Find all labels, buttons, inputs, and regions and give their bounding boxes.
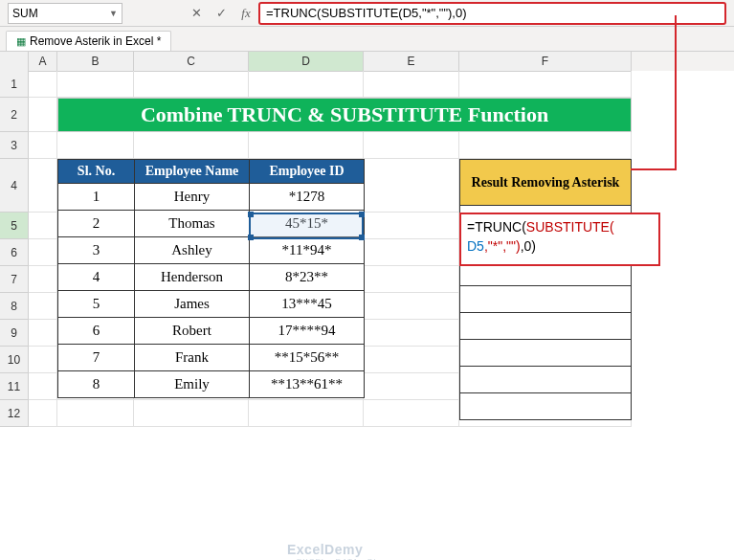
cell[interactable]: [134, 71, 249, 98]
table-cell[interactable]: **15*56**: [250, 345, 365, 371]
table-cell[interactable]: Frank: [135, 345, 250, 371]
table-cell[interactable]: 8: [58, 371, 135, 398]
cell[interactable]: [249, 71, 364, 98]
table-cell[interactable]: 17****94: [250, 318, 365, 345]
column-header[interactable]: D: [249, 52, 364, 72]
row-header[interactable]: 5: [0, 213, 29, 239]
table-cell[interactable]: 2: [58, 211, 135, 237]
cell[interactable]: [364, 239, 459, 266]
cell[interactable]: [29, 159, 57, 213]
row-header[interactable]: 6: [0, 239, 29, 266]
table-cell[interactable]: 5: [58, 291, 135, 318]
cell[interactable]: [57, 71, 134, 98]
row-header[interactable]: 12: [0, 400, 29, 427]
table-cell[interactable]: *11*94*: [250, 237, 365, 264]
cell[interactable]: [29, 71, 57, 98]
row-header[interactable]: 8: [0, 293, 29, 320]
table-cell[interactable]: [460, 313, 632, 340]
row-header[interactable]: 2: [0, 98, 29, 132]
row-header[interactable]: 9: [0, 320, 29, 347]
cell[interactable]: [29, 266, 57, 293]
table-cell[interactable]: Henry: [135, 184, 250, 211]
workbook-tab-label: Remove Asterik in Excel *: [30, 34, 161, 48]
table-cell[interactable]: 7: [58, 345, 135, 371]
table-cell[interactable]: [460, 393, 632, 420]
cell[interactable]: [249, 400, 364, 427]
row-header[interactable]: 4: [0, 159, 29, 213]
table-cell[interactable]: Thomas: [135, 211, 250, 237]
table-cell[interactable]: Ashley: [135, 237, 250, 264]
cell[interactable]: [134, 400, 249, 427]
row-header[interactable]: 1: [0, 71, 29, 98]
cell[interactable]: [29, 293, 57, 320]
row-header[interactable]: 10: [0, 347, 29, 373]
active-cell-formula[interactable]: =TRUNC(SUBSTITUTE(D5,"*",""),0): [459, 213, 660, 266]
row-header[interactable]: 3: [0, 132, 29, 159]
row-header[interactable]: 7: [0, 266, 29, 293]
table-cell[interactable]: 4: [58, 264, 135, 291]
cell[interactable]: [459, 132, 632, 159]
cell[interactable]: [29, 373, 57, 400]
table-cell[interactable]: Robert: [135, 318, 250, 345]
table-cell[interactable]: 1: [58, 184, 135, 211]
selection-handle[interactable]: [359, 212, 365, 217]
cell[interactable]: [459, 71, 632, 98]
table-cell[interactable]: 13***45: [250, 291, 365, 318]
table-cell[interactable]: [460, 340, 632, 367]
table-cell[interactable]: James: [135, 291, 250, 318]
table-cell[interactable]: **13**61**: [250, 371, 365, 398]
table-cell[interactable]: [460, 367, 632, 393]
selection-handle[interactable]: [248, 235, 254, 240]
cell[interactable]: [364, 71, 459, 98]
column-header[interactable]: B: [57, 52, 134, 72]
cancel-formula-button[interactable]: ✕: [188, 6, 205, 21]
table-cell[interactable]: [460, 286, 632, 313]
column-header[interactable]: E: [364, 52, 459, 72]
cell[interactable]: [364, 132, 459, 159]
employee-table: Sl. No. Employee Name Employee ID 1Henry…: [57, 159, 365, 398]
cell[interactable]: [364, 320, 459, 347]
selection-handle[interactable]: [359, 235, 365, 240]
table-row: 3Ashley*11*94*: [58, 237, 365, 264]
table-cell[interactable]: 8*23**: [250, 264, 365, 291]
table-header: Employee Name: [135, 160, 250, 184]
table-cell[interactable]: 6: [58, 318, 135, 345]
cell[interactable]: [134, 132, 249, 159]
formula-input[interactable]: =TRUNC(SUBSTITUTE(D5,"*",""),0) ←: [258, 2, 726, 25]
fx-button[interactable]: fx: [237, 6, 255, 21]
cell[interactable]: [249, 132, 364, 159]
cell[interactable]: [364, 400, 459, 427]
cell[interactable]: [29, 239, 57, 266]
cell[interactable]: [29, 320, 57, 347]
selection-handle[interactable]: [248, 212, 254, 217]
name-box[interactable]: SUM ▼: [8, 3, 122, 24]
select-all-corner[interactable]: [0, 52, 29, 72]
row-header[interactable]: 11: [0, 373, 29, 400]
cell[interactable]: [57, 132, 134, 159]
confirm-formula-button[interactable]: ✓: [212, 6, 230, 21]
formula-token: SUBSTITUTE(: [321, 6, 402, 20]
table-cell[interactable]: Emily: [135, 371, 250, 398]
table-cell[interactable]: 3: [58, 237, 135, 264]
cell[interactable]: [29, 132, 57, 159]
cell[interactable]: [364, 373, 459, 400]
column-header[interactable]: C: [134, 52, 249, 72]
chevron-down-icon[interactable]: ▼: [109, 9, 118, 18]
cell[interactable]: [364, 159, 459, 213]
cell[interactable]: [29, 213, 57, 239]
cell[interactable]: [364, 213, 459, 239]
cell[interactable]: [29, 347, 57, 373]
table-cell[interactable]: Henderson: [135, 264, 250, 291]
workbook-tab[interactable]: ▦ Remove Asterik in Excel *: [6, 31, 171, 51]
cell[interactable]: [29, 98, 57, 132]
cell[interactable]: [364, 293, 459, 320]
table-header: Employee ID: [250, 160, 365, 184]
cell[interactable]: [57, 400, 134, 427]
cell[interactable]: [364, 266, 459, 293]
excel-file-icon: ▦: [16, 35, 26, 48]
column-header[interactable]: A: [29, 52, 57, 72]
cell[interactable]: [364, 347, 459, 373]
column-header[interactable]: F: [459, 52, 632, 72]
table-cell[interactable]: *1278: [250, 184, 365, 211]
cell[interactable]: [29, 400, 57, 427]
